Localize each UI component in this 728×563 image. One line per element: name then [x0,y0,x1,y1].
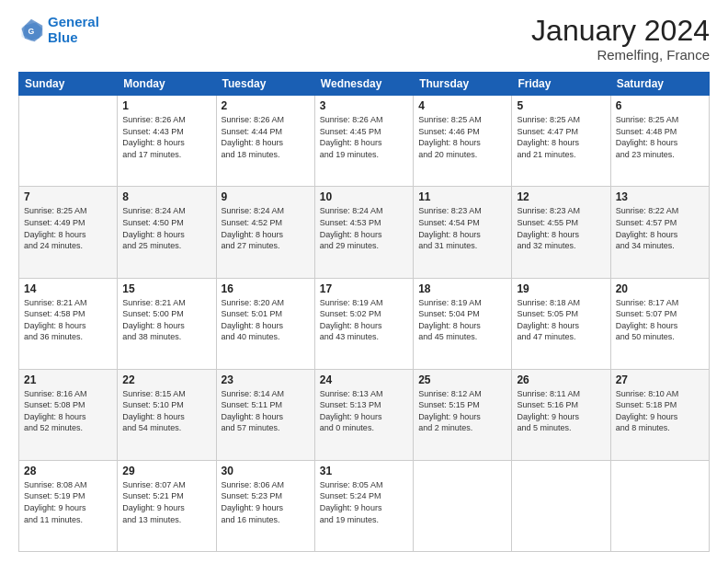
day-info: Sunrise: 8:08 AMSunset: 5:19 PMDaylight:… [24,479,112,525]
calendar-cell: 6Sunrise: 8:25 AMSunset: 4:48 PMDaylight… [610,96,709,187]
calendar-cell: 14Sunrise: 8:21 AMSunset: 4:58 PMDayligh… [19,278,118,369]
calendar-cell [610,460,709,551]
calendar-cell: 27Sunrise: 8:10 AMSunset: 5:18 PMDayligh… [610,369,709,460]
day-info: Sunrise: 8:17 AMSunset: 5:07 PMDaylight:… [616,297,704,343]
day-number: 16 [222,282,310,295]
day-info: Sunrise: 8:11 AMSunset: 5:16 PMDaylight:… [517,388,605,434]
day-number: 10 [320,190,408,203]
logo-blue: Blue [48,29,78,45]
day-info: Sunrise: 8:19 AMSunset: 5:04 PMDaylight:… [418,297,506,343]
calendar-cell: 29Sunrise: 8:07 AMSunset: 5:21 PMDayligh… [118,460,216,551]
day-info: Sunrise: 8:10 AMSunset: 5:18 PMDaylight:… [616,388,704,434]
calendar-cell: 1Sunrise: 8:26 AMSunset: 4:43 PMDaylight… [118,96,216,187]
day-number: 17 [320,282,408,295]
day-info: Sunrise: 8:23 AMSunset: 4:54 PMDaylight:… [418,205,506,251]
calendar-cell: 3Sunrise: 8:26 AMSunset: 4:45 PMDaylight… [314,96,413,187]
calendar-cell: 5Sunrise: 8:25 AMSunset: 4:47 PMDaylight… [512,96,610,187]
day-number: 3 [320,99,408,112]
day-info: Sunrise: 8:24 AMSunset: 4:52 PMDaylight:… [222,205,310,251]
day-info: Sunrise: 8:25 AMSunset: 4:48 PMDaylight:… [616,114,704,160]
logo-icon: G [18,17,44,43]
calendar-cell: 4Sunrise: 8:25 AMSunset: 4:46 PMDaylight… [414,96,512,187]
day-number: 4 [418,99,506,112]
day-info: Sunrise: 8:16 AMSunset: 5:08 PMDaylight:… [24,388,112,434]
day-info: Sunrise: 8:25 AMSunset: 4:47 PMDaylight:… [517,114,605,160]
day-number: 13 [616,190,704,203]
day-number: 12 [517,190,605,203]
col-monday: Monday [118,73,216,96]
day-number: 25 [418,373,506,386]
col-friday: Friday [512,73,610,96]
day-number: 31 [320,465,408,477]
calendar-cell: 22Sunrise: 8:15 AMSunset: 5:10 PMDayligh… [118,369,216,460]
calendar-cell: 2Sunrise: 8:26 AMSunset: 4:44 PMDaylight… [216,96,314,187]
day-number: 26 [517,373,605,386]
day-info: Sunrise: 8:21 AMSunset: 5:00 PMDaylight:… [122,297,210,343]
day-number: 27 [616,373,704,386]
logo-text: General Blue [48,15,99,45]
calendar-cell: 15Sunrise: 8:21 AMSunset: 5:00 PMDayligh… [118,278,216,369]
week-row-4: 21Sunrise: 8:16 AMSunset: 5:08 PMDayligh… [19,369,710,460]
day-info: Sunrise: 8:24 AMSunset: 4:53 PMDaylight:… [320,205,408,251]
day-info: Sunrise: 8:19 AMSunset: 5:02 PMDaylight:… [320,297,408,343]
day-number: 29 [122,465,210,477]
calendar-cell: 9Sunrise: 8:24 AMSunset: 4:52 PMDaylight… [216,187,314,278]
day-info: Sunrise: 8:20 AMSunset: 5:01 PMDaylight:… [222,297,310,343]
logo-general: General [48,14,99,29]
calendar-cell: 25Sunrise: 8:12 AMSunset: 5:15 PMDayligh… [414,369,512,460]
day-number: 24 [320,373,408,386]
day-number: 22 [122,373,210,386]
col-saturday: Saturday [610,73,709,96]
calendar-cell: 8Sunrise: 8:24 AMSunset: 4:50 PMDaylight… [118,187,216,278]
calendar-cell: 31Sunrise: 8:05 AMSunset: 5:24 PMDayligh… [314,460,413,551]
day-number: 9 [222,190,310,203]
calendar-cell: 30Sunrise: 8:06 AMSunset: 5:23 PMDayligh… [216,460,314,551]
week-row-3: 14Sunrise: 8:21 AMSunset: 4:58 PMDayligh… [19,278,710,369]
calendar-cell: 13Sunrise: 8:22 AMSunset: 4:57 PMDayligh… [610,187,709,278]
svg-text:G: G [28,26,35,35]
week-row-2: 7Sunrise: 8:25 AMSunset: 4:49 PMDaylight… [19,187,710,278]
calendar-cell: 19Sunrise: 8:18 AMSunset: 5:05 PMDayligh… [512,278,610,369]
day-number: 8 [122,190,210,203]
calendar-cell: 20Sunrise: 8:17 AMSunset: 5:07 PMDayligh… [610,278,709,369]
week-row-1: 1Sunrise: 8:26 AMSunset: 4:43 PMDaylight… [19,96,710,187]
day-info: Sunrise: 8:21 AMSunset: 4:58 PMDaylight:… [24,297,112,343]
main-title: January 2024 [531,15,710,47]
day-number: 19 [517,282,605,295]
page: G General Blue January 2024 Remelfing, F… [0,0,728,563]
day-info: Sunrise: 8:24 AMSunset: 4:50 PMDaylight:… [122,205,210,251]
day-info: Sunrise: 8:06 AMSunset: 5:23 PMDaylight:… [222,479,310,525]
day-number: 21 [24,373,112,386]
col-tuesday: Tuesday [216,73,314,96]
day-info: Sunrise: 8:15 AMSunset: 5:10 PMDaylight:… [122,388,210,434]
col-thursday: Thursday [414,73,512,96]
calendar-cell: 26Sunrise: 8:11 AMSunset: 5:16 PMDayligh… [512,369,610,460]
calendar-cell: 18Sunrise: 8:19 AMSunset: 5:04 PMDayligh… [414,278,512,369]
day-info: Sunrise: 8:26 AMSunset: 4:44 PMDaylight:… [222,114,310,160]
calendar-cell [414,460,512,551]
calendar-cell: 24Sunrise: 8:13 AMSunset: 5:13 PMDayligh… [314,369,413,460]
col-sunday: Sunday [19,73,118,96]
col-wednesday: Wednesday [314,73,413,96]
day-info: Sunrise: 8:23 AMSunset: 4:55 PMDaylight:… [517,205,605,251]
day-info: Sunrise: 8:07 AMSunset: 5:21 PMDaylight:… [122,479,210,525]
day-info: Sunrise: 8:12 AMSunset: 5:15 PMDaylight:… [418,388,506,434]
day-info: Sunrise: 8:18 AMSunset: 5:05 PMDaylight:… [517,297,605,343]
day-info: Sunrise: 8:26 AMSunset: 4:43 PMDaylight:… [122,114,210,160]
calendar-cell: 21Sunrise: 8:16 AMSunset: 5:08 PMDayligh… [19,369,118,460]
day-number: 7 [24,190,112,203]
day-number: 20 [616,282,704,295]
calendar-cell [19,96,118,187]
day-number: 11 [418,190,506,203]
day-info: Sunrise: 8:05 AMSunset: 5:24 PMDaylight:… [320,479,408,525]
calendar-cell: 10Sunrise: 8:24 AMSunset: 4:53 PMDayligh… [314,187,413,278]
calendar-cell: 7Sunrise: 8:25 AMSunset: 4:49 PMDaylight… [19,187,118,278]
calendar-cell: 28Sunrise: 8:08 AMSunset: 5:19 PMDayligh… [19,460,118,551]
day-number: 23 [222,373,310,386]
calendar-table: Sunday Monday Tuesday Wednesday Thursday… [18,72,710,552]
calendar-cell [512,460,610,551]
day-number: 2 [222,99,310,112]
day-number: 28 [24,465,112,477]
day-info: Sunrise: 8:22 AMSunset: 4:57 PMDaylight:… [616,205,704,251]
day-number: 1 [122,99,210,112]
